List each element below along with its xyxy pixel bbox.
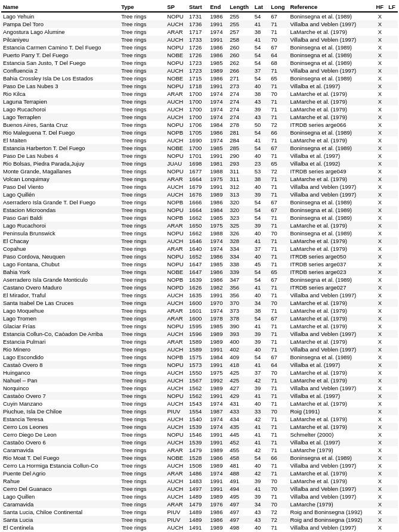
cell-col-hf: X (374, 407, 386, 415)
cell-col-length: 429 (228, 392, 252, 400)
cell-col-ref: LaMarche et al. (1979) (288, 175, 373, 183)
table-row: Pampa Del ToroTree ringsAUCH173619912554… (1, 20, 398, 28)
cell-col-long: 67 (269, 315, 288, 322)
cell-col-length: 445 (228, 431, 252, 438)
cell-col-length: 497 (228, 500, 252, 508)
cell-col-lat: 41 (253, 423, 270, 431)
table-row: Puente Del AgrioTree ringsARAR1486197448… (1, 469, 398, 477)
cell-col-lf (386, 299, 398, 307)
cell-col-ref: Boninsegna et al. (1989) (288, 129, 373, 136)
cell-col-lf (386, 338, 398, 346)
cell-col-long: 71 (269, 28, 288, 36)
cell-col-name: Peninsula Brunswick (1, 229, 119, 237)
cell-col-start: 1491 (187, 524, 208, 531)
cell-col-end: 1991 (208, 438, 228, 446)
cell-col-name: Santa Lucia (1, 516, 119, 524)
cell-col-lat: 54 (253, 43, 270, 51)
cell-col-long: 70 (269, 229, 288, 237)
cell-col-lf (386, 516, 398, 524)
cell-col-ref: Villalba and Veblen (1997) (288, 384, 373, 392)
cell-col-sp: ARAR (165, 175, 187, 183)
cell-col-ref: Villalba and Veblen (1997) (288, 291, 373, 299)
table-row: Aserradero Isla Grande MonticuloTree rin… (1, 276, 398, 284)
table-row: Santa Lucia, Chiloe ContinentalTree ring… (1, 508, 398, 516)
cell-col-long: 71 (269, 322, 288, 330)
cell-col-end: 1974 (208, 307, 228, 315)
cell-col-type: Tree rings (119, 361, 165, 369)
cell-col-type: Tree rings (119, 454, 165, 462)
cell-col-long: 71 (269, 183, 288, 191)
cell-col-long: 67 (269, 43, 288, 51)
cell-col-type: Tree rings (119, 67, 165, 74)
cell-col-long: 66 (269, 129, 288, 136)
table-row: Piuchue, Isla De ChiloeTree ringsPIUV155… (1, 407, 398, 415)
cell-col-lf (386, 129, 398, 136)
cell-col-long: 68 (269, 59, 288, 67)
cell-col-name: Rio Moat T. Del Fuego (1, 454, 119, 462)
cell-col-long: 71 (269, 330, 288, 338)
cell-col-lat: 41 (253, 237, 270, 245)
cell-col-start: 1596 (187, 330, 208, 338)
cell-col-lat: 37 (253, 245, 270, 253)
cell-col-length: 284 (228, 136, 252, 144)
cell-col-sp: NOPU (165, 121, 187, 129)
cell-col-hf: X (374, 361, 386, 369)
cell-col-end: 1976 (208, 500, 228, 508)
cell-col-name: Estancia San Justo, T Del Fuego (1, 59, 119, 67)
cell-col-lat: 37 (253, 67, 270, 74)
cell-col-lat: 41 (253, 20, 270, 28)
cell-col-name: Pilcaniyeu (1, 36, 119, 43)
cell-col-start: 1546 (187, 431, 208, 438)
cell-col-end: 1989 (208, 384, 228, 392)
cell-col-lat: 40 (253, 524, 270, 531)
cell-col-lat: 41 (253, 361, 270, 369)
cell-col-end: 1988 (208, 167, 228, 175)
cell-col-hf: X (374, 198, 386, 206)
cell-col-hf: X (374, 152, 386, 160)
cell-col-length: 425 (228, 369, 252, 377)
cell-col-ref: ITRDB series arge050 (288, 253, 373, 260)
cell-col-lf (386, 353, 398, 361)
cell-col-sp: ARAR (165, 307, 187, 315)
cell-col-ref: LaMarche et al. (1979) (288, 28, 373, 36)
cell-col-type: Tree rings (119, 121, 165, 129)
cell-col-start: 1652 (187, 253, 208, 260)
cell-col-lat: 39 (253, 105, 270, 113)
cell-col-long: 70 (269, 485, 288, 493)
cell-col-sp: PIUV (165, 516, 187, 524)
cell-col-name: Paso Cordova, Neuquen (1, 253, 119, 260)
cell-col-lf (386, 384, 398, 392)
cell-col-type: Tree rings (119, 229, 165, 237)
table-row: Estancia Carmen Camino T. Del FuegoTree … (1, 43, 398, 51)
cell-col-length: 378 (228, 315, 252, 322)
cell-col-ref: Villalba et al. (1997) (288, 392, 373, 400)
cell-col-length: 271 (228, 74, 252, 82)
cell-col-lat: 38 (253, 175, 270, 183)
cell-col-length: 274 (228, 105, 252, 113)
cell-col-length: 488 (228, 469, 252, 477)
cell-col-lat: 54 (253, 353, 270, 361)
cell-col-type: Tree rings (119, 183, 165, 191)
cell-col-long: 71 (269, 253, 288, 260)
cell-col-name: Volcan Lonquimay (1, 175, 119, 183)
cell-col-lf (386, 477, 398, 485)
table-row: Santa LuciaTree ringsPIUV148919864974372… (1, 516, 398, 524)
table-row: Paso Cordova, NeuquenTree ringsNOPU16521… (1, 253, 398, 260)
cell-col-long: 65 (269, 160, 288, 167)
cell-col-name: Lago Rucachoroi (1, 222, 119, 229)
cell-col-end: 1986 (208, 12, 228, 20)
cell-col-hf: X (374, 191, 386, 198)
cell-col-lf (386, 43, 398, 51)
cell-col-hf: X (374, 454, 386, 462)
table-row: Castano Overo MaduroTree ringsNOPD162619… (1, 284, 398, 291)
cell-col-name: Cerro Del Guanaco (1, 485, 119, 493)
cell-col-name: Paso De Las Nubes 3 (1, 82, 119, 90)
cell-col-name: Lago Terraplen (1, 113, 119, 121)
cell-col-lf (386, 276, 398, 284)
table-header-row: Name Type SP Start End Length Lat Long R… (1, 2, 398, 12)
cell-col-lf (386, 415, 398, 423)
cell-col-end: 1974 (208, 98, 228, 105)
cell-col-name: Castano Overo Maduro (1, 284, 119, 291)
cell-col-lat: 39 (253, 191, 270, 198)
cell-col-sp: NOPU (165, 167, 187, 175)
